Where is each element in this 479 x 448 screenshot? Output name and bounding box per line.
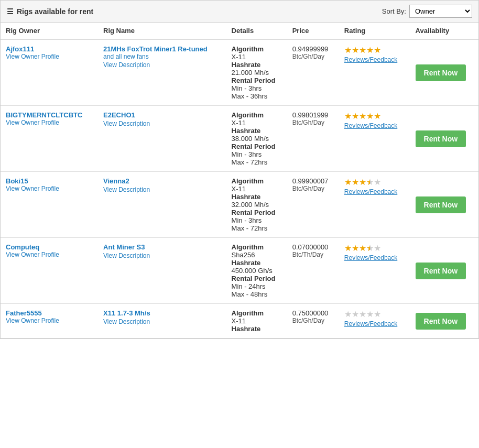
star-empty: ★ [374,310,381,319]
col-rating: Rating [339,23,410,39]
view-owner-profile-link[interactable]: View Owner Profile [6,251,93,258]
view-description-link[interactable]: View Description [103,186,221,193]
owner-name[interactable]: BIGTYMERNTCLTCBTC [6,111,93,119]
reviews-feedback-link[interactable]: Reviews/Feedback [344,320,405,327]
table-row: Father5555 View Owner Profile X11 1.7-3 … [1,304,478,338]
star-empty: ★ [352,310,359,319]
view-description-link[interactable]: View Description [103,252,221,259]
price-cell: 0.07000000 Btc/Th/Day [287,238,339,304]
price-value: 0.07000000 [292,243,334,251]
algorithm-label: Algorithm [232,45,264,53]
view-description-link[interactable]: View Description [103,318,221,325]
view-description-link[interactable]: View Description [103,120,221,127]
star-half: ★★ [366,243,374,253]
table-body: Ajfox111 View Owner Profile 21MHs FoxTro… [1,39,478,338]
algorithm-value: X-11 [232,119,246,127]
sort-by-label: Sort By: [382,7,406,15]
rental-max: Max - 48hrs [232,290,268,298]
rental-period-label: Rental Period [232,209,276,216]
star-full: ★ [359,112,366,121]
page-wrapper: ☰ Rigs available for rent Sort By: Owner… [0,0,479,339]
rig-name-link[interactable]: Vienna2 [103,177,221,185]
header-row: Rig Owner Rig Name Details Price Rating … [1,23,478,39]
rig-subtitle[interactable]: and all new fans [103,53,221,60]
star-full: ★ [344,46,352,54]
price-cell: 0.94999999 Btc/Gh/Day [287,39,339,106]
reviews-feedback-link[interactable]: Reviews/Feedback [344,254,405,261]
rent-now-button[interactable]: Rent Now [416,263,466,279]
algorithm-value: Sha256 [232,251,255,259]
star-empty: ★ [374,244,381,253]
star-full: ★ [352,112,359,121]
details-cell: AlgorithmX-11Hashrate38.000 Mh/sRental P… [226,106,287,172]
view-owner-profile-link[interactable]: View Owner Profile [6,53,93,60]
hashrate-label: Hashrate [232,325,261,333]
view-owner-profile-link[interactable]: View Owner Profile [6,119,93,126]
rig-owner-cell: Computeq View Owner Profile [1,238,98,304]
view-description-link[interactable]: View Description [103,61,221,69]
star-full: ★ [374,46,381,54]
details-cell: AlgorithmX-11Hashrate21.000 Mh/sRental P… [226,39,287,106]
rental-min: Min - 3hrs [232,216,262,224]
hashrate-value: 450.000 Gh/s [232,267,273,275]
view-owner-profile-link[interactable]: View Owner Profile [6,317,93,324]
details-cell: AlgorithmX-11Hashrate32.000 Mh/sRental P… [226,172,287,238]
page-header-title: ☰ Rigs available for rent [7,7,93,16]
page-header: ☰ Rigs available for rent Sort By: Owner… [1,1,478,23]
rental-min: Min - 24hrs [232,282,266,290]
rigs-table: Rig Owner Rig Name Details Price Rating … [1,23,478,338]
price-unit: Btc/Gh/Day [292,119,334,126]
rig-owner-cell: BIGTYMERNTCLTCBTC View Owner Profile [1,106,98,172]
reviews-feedback-link[interactable]: Reviews/Feedback [344,56,405,63]
rig-name-link[interactable]: E2ECHO1 [103,111,221,119]
rig-name-cell: Vienna2View Description [98,172,226,238]
rig-name-link[interactable]: Ant Miner S3 [103,243,221,251]
stars-container: ★★★★★ [344,111,405,121]
availability-cell: Rent Now [410,238,478,304]
algorithm-value: X-11 [232,185,246,193]
price-value: 0.99900007 [292,177,334,185]
star-empty: ★ [359,310,366,319]
list-icon: ☰ [7,7,14,16]
table-head: Rig Owner Rig Name Details Price Rating … [1,23,478,39]
rig-name-cell: E2ECHO1View Description [98,106,226,172]
hashrate-label: Hashrate [232,193,261,201]
availability-cell: Rent Now [410,39,478,106]
rent-now-button[interactable]: Rent Now [416,64,466,81]
table-row: BIGTYMERNTCLTCBTC View Owner Profile E2E… [1,106,478,172]
view-owner-profile-link[interactable]: View Owner Profile [6,185,93,192]
owner-name[interactable]: Ajfox111 [6,45,93,53]
rental-max: Max - 72hrs [232,224,268,232]
rig-owner-cell: Boki15 View Owner Profile [1,172,98,238]
rig-name-link[interactable]: X11 1.7-3 Mh/s [103,309,221,317]
sort-by-wrap: Sort By: Owner Price Rating Hashrate [382,5,472,18]
hashrate-label: Hashrate [232,61,261,69]
rent-now-button[interactable]: Rent Now [416,196,466,213]
rent-now-button[interactable]: Rent Now [416,313,466,330]
star-empty: ★ [344,310,352,319]
sort-by-select[interactable]: Owner Price Rating Hashrate [409,5,472,18]
hashrate-label: Hashrate [232,259,261,267]
reviews-feedback-link[interactable]: Reviews/Feedback [344,122,405,129]
rig-name-link[interactable]: 21MHs FoxTrot Miner1 Re-tuned [103,45,221,53]
price-unit: Btc/Gh/Day [292,185,334,192]
algorithm-value: X-11 [232,53,246,61]
availability-cell: Rent Now [410,172,478,238]
rig-owner-cell: Ajfox111 View Owner Profile [1,39,98,106]
rating-cell: ★★★★★★ Reviews/Feedback [339,238,410,304]
col-price: Price [287,23,339,39]
star-full: ★ [352,178,359,187]
algorithm-value: X-11 [232,317,246,325]
availability-cell: Rent Now [410,304,478,338]
star-full: ★ [344,112,352,121]
star-full: ★ [359,46,366,54]
rent-now-button[interactable]: Rent Now [416,130,466,147]
price-value: 0.75000000 [292,309,334,317]
owner-name[interactable]: Father5555 [6,309,93,317]
col-rig-owner: Rig Owner [1,23,98,39]
rig-owner-cell: Father5555 View Owner Profile [1,304,98,338]
owner-name[interactable]: Boki15 [6,177,93,185]
col-details: Details [226,23,287,39]
owner-name[interactable]: Computeq [6,243,93,251]
reviews-feedback-link[interactable]: Reviews/Feedback [344,188,405,195]
